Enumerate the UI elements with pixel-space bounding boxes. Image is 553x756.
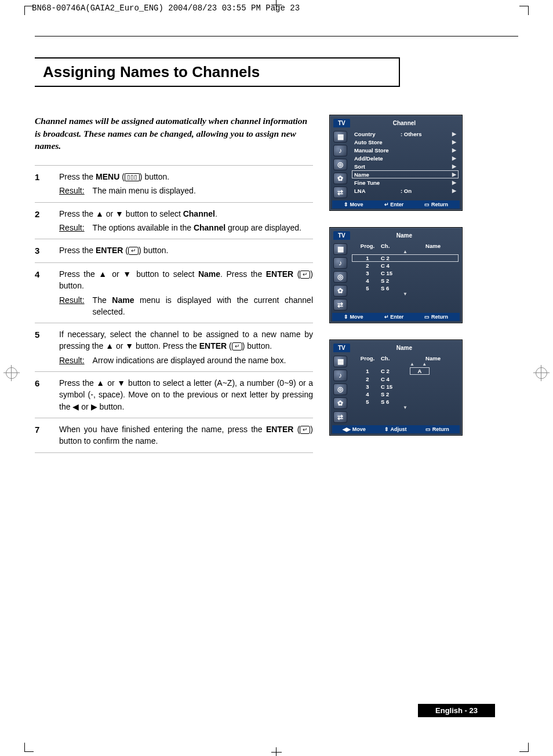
osd-tab: TV xyxy=(333,119,350,127)
picture-icon: ▦ xyxy=(333,131,347,143)
osd-name-list: TV Name ▦ ♪ ◎ ✿ ⇄ Prog. Ch. xyxy=(329,227,463,323)
osd-table-row: 1C 2A xyxy=(352,367,459,375)
osd-title: Name xyxy=(350,344,459,352)
step-3: 3 Press the ENTER (↵) button. xyxy=(35,239,313,263)
result-label: Result: xyxy=(59,294,85,318)
osd-menu-item: Country: Others▶ xyxy=(352,130,459,138)
step-2: 2 Press the ▲ or ▼ button to select Chan… xyxy=(35,203,313,240)
osd-table-row: 3C 15 xyxy=(352,383,459,390)
osd-menu-item: Sort▶ xyxy=(352,162,459,170)
result-label: Result: xyxy=(59,185,85,196)
step-number: 2 xyxy=(35,208,46,234)
osd-footer-hint: ↵ Enter xyxy=(384,202,404,207)
channel-icon: ◎ xyxy=(333,271,347,283)
result-text: The main menu is displayed. xyxy=(93,185,313,196)
osd-table-row: 3C 15 xyxy=(352,269,459,277)
button-label: MENU xyxy=(96,172,119,181)
step-number: 3 xyxy=(35,244,46,257)
osd-footer-hint: ◀▶ Move xyxy=(343,426,366,432)
osd-footer-hint: ⇕ Adjust xyxy=(384,426,406,432)
menu-name: Channel xyxy=(183,209,215,218)
osd-menu-item: Fine Tune▶ xyxy=(352,178,459,187)
osd-menu-item: Name▶ xyxy=(352,170,459,178)
osd-table-row: 1C 2 xyxy=(352,254,459,262)
osd-column: TV Channel ▦ ♪ ◎ ✿ ⇄ Country: Others▶Aut… xyxy=(329,115,518,453)
step-number: 4 xyxy=(35,268,46,317)
step-5: 5 If necessary, select the channel to be… xyxy=(35,323,313,372)
text: Press the xyxy=(59,172,96,181)
divider xyxy=(35,36,518,36)
osd-table-row: 4S 2 xyxy=(352,390,459,398)
osd-footer-hint: ⇕ Move xyxy=(344,314,363,320)
text: When you have finished entering the name… xyxy=(59,425,266,434)
input-icon: ⇄ xyxy=(333,411,347,423)
col-prog: Prog. xyxy=(354,243,381,249)
enter-icon: ↵ xyxy=(300,271,310,279)
osd-menu-item: Auto Store▶ xyxy=(352,138,459,146)
step-number: 1 xyxy=(35,171,46,197)
osd-table-row: 2C 4 xyxy=(352,375,459,383)
osd-channel-menu: TV Channel ▦ ♪ ◎ ✿ ⇄ Country: Others▶Aut… xyxy=(329,115,463,211)
osd-menu-item: LNA: On▶ xyxy=(352,187,459,195)
input-icon: ⇄ xyxy=(333,299,347,311)
text: Press the ▲ or ▼ button to select xyxy=(59,269,198,279)
col-ch: Ch. xyxy=(381,243,410,249)
result-label: Result: xyxy=(59,222,85,233)
setup-icon: ✿ xyxy=(333,285,347,297)
osd-menu-item: Add/Delete▶ xyxy=(352,154,459,162)
osd-footer-hint: ↵ Enter xyxy=(384,314,404,320)
col-name: Name xyxy=(410,355,456,361)
crop-mark xyxy=(519,6,529,15)
step-number: 7 xyxy=(35,423,46,447)
cross-mark xyxy=(271,0,282,10)
sound-icon: ♪ xyxy=(333,257,347,269)
step-7: 7 When you have finished entering the na… xyxy=(35,418,313,453)
enter-icon: ↵ xyxy=(232,342,242,350)
osd-sidebar-icons: ▦ ♪ ◎ ✿ ⇄ xyxy=(333,130,348,198)
osd-footer-hint: ⇕ Move xyxy=(344,202,363,207)
down-caret-icon: ▼ xyxy=(352,292,459,297)
crop-mark xyxy=(24,6,34,15)
down-caret-icon: ▼ xyxy=(352,406,459,410)
instructions-column: Channel names will be assigned automatic… xyxy=(35,115,313,453)
osd-footer-hint: ▭ Return xyxy=(424,314,448,320)
channel-icon: ◎ xyxy=(333,384,347,395)
osd-title: Channel xyxy=(350,119,459,127)
col-prog: Prog. xyxy=(354,355,381,361)
menu-icon: ▯▯▯ xyxy=(125,173,140,181)
page-title: Assigning Names to Channels xyxy=(43,63,391,81)
result-text: The options available in the Channel gro… xyxy=(93,222,313,233)
result-text: The Name menu is displayed with the curr… xyxy=(93,294,313,318)
enter-icon: ↵ xyxy=(128,247,139,255)
step-4: 4 Press the ▲ or ▼ button to select Name… xyxy=(35,263,313,323)
osd-table-row: 2C 4 xyxy=(352,262,459,269)
col-ch: Ch. xyxy=(381,355,410,361)
up-caret-icon: ▲ xyxy=(352,250,459,254)
osd-sidebar-icons: ▦ ♪ ◎ ✿ ⇄ xyxy=(333,242,348,311)
setup-icon: ✿ xyxy=(333,173,347,184)
page-number: English - 23 xyxy=(418,704,495,717)
step-number: 6 xyxy=(35,377,46,412)
osd-name-edit: TV Name ▦ ♪ ◎ ✿ ⇄ Prog. Ch. xyxy=(329,339,463,436)
osd-tab: TV xyxy=(333,344,350,352)
text: Press the ▲ or ▼ button to select xyxy=(59,209,183,218)
osd-footer-hint: ▭ Return xyxy=(424,202,448,207)
step-1: 1 Press the MENU (▯▯▯) button. Result: T… xyxy=(35,165,313,203)
name-edit-box: A xyxy=(410,367,430,375)
input-icon: ⇄ xyxy=(333,187,347,198)
setup-icon: ✿ xyxy=(333,397,347,409)
enter-icon: ↵ xyxy=(300,426,310,434)
button-label: ENTER xyxy=(96,246,123,255)
page-title-box: Assigning Names to Channels xyxy=(35,57,400,87)
osd-menu-item: Manual Store▶ xyxy=(352,146,459,154)
osd-tab: TV xyxy=(333,231,350,240)
sound-icon: ♪ xyxy=(333,145,347,156)
text: Press the ▲ or ▼ button to select a lett… xyxy=(59,377,313,412)
col-name: Name xyxy=(410,243,456,249)
picture-icon: ▦ xyxy=(333,243,347,255)
osd-sidebar-icons: ▦ ♪ ◎ ✿ ⇄ xyxy=(333,355,348,423)
sound-icon: ♪ xyxy=(333,370,347,381)
step-number: 5 xyxy=(35,328,46,366)
result-label: Result: xyxy=(59,355,85,366)
intro-text: Channel names will be assigned automatic… xyxy=(35,115,313,152)
